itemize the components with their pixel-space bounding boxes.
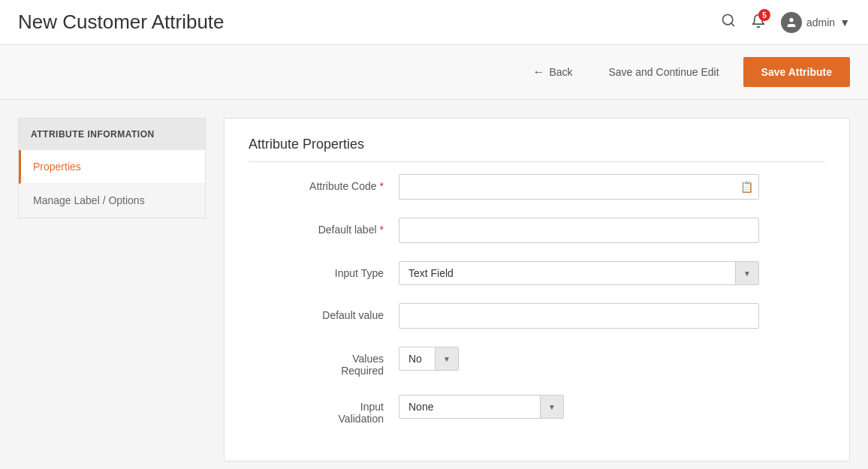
sidebar-item-label: Properties bbox=[33, 161, 81, 173]
attribute-code-input-wrap: 📋 bbox=[399, 174, 759, 200]
notification-count: 5 bbox=[758, 9, 770, 21]
content-area: Attribute Properties Attribute Code* 📋 D… bbox=[224, 118, 850, 461]
values-required-field: No ▼ bbox=[399, 347, 759, 371]
values-required-dropdown-arrow[interactable]: ▼ bbox=[435, 347, 458, 370]
default-label-label: Default label* bbox=[249, 218, 399, 236]
main-layout: Attribute Information Properties Manage … bbox=[0, 100, 868, 469]
page-title: New Customer Attribute bbox=[18, 11, 225, 34]
input-type-dropdown-arrow[interactable]: ▼ bbox=[735, 262, 758, 284]
default-value-row: Default value bbox=[249, 303, 825, 329]
header: New Customer Attribute 5 admin ▼ bbox=[0, 0, 868, 45]
values-required-value: No bbox=[399, 347, 435, 370]
header-actions: 5 admin ▼ bbox=[721, 12, 850, 33]
chevron-down-icon: ▼ bbox=[839, 17, 850, 29]
input-type-label: Input Type bbox=[249, 261, 399, 279]
required-star: * bbox=[380, 224, 384, 236]
notification-bell[interactable]: 5 bbox=[751, 14, 766, 31]
input-validation-label: InputValidation bbox=[249, 395, 399, 425]
attribute-code-label: Attribute Code* bbox=[249, 174, 399, 192]
back-button[interactable]: ← Back bbox=[520, 58, 584, 86]
avatar bbox=[781, 12, 802, 33]
svg-line-1 bbox=[731, 23, 734, 26]
sidebar-item-manage-label[interactable]: Manage Label / Options bbox=[19, 184, 205, 218]
input-validation-select-wrap: None ▼ bbox=[399, 395, 564, 419]
note-icon: 📋 bbox=[740, 181, 753, 193]
input-validation-dropdown-arrow[interactable]: ▼ bbox=[540, 395, 563, 418]
input-type-select-wrap: Text Field ▼ bbox=[399, 261, 759, 285]
input-validation-field: None ▼ bbox=[399, 395, 759, 419]
attribute-code-row: Attribute Code* 📋 bbox=[249, 174, 825, 200]
section-title: Attribute Properties bbox=[249, 137, 825, 162]
values-required-label: ValuesRequired bbox=[249, 347, 399, 377]
default-value-input[interactable] bbox=[399, 303, 759, 329]
input-validation-value: None bbox=[399, 395, 540, 418]
toolbar: ← Back Save and Continue Edit Save Attri… bbox=[0, 45, 868, 100]
save-attribute-button[interactable]: Save Attribute bbox=[743, 57, 850, 87]
default-value-label: Default value bbox=[249, 303, 399, 321]
admin-menu[interactable]: admin ▼ bbox=[781, 12, 850, 33]
default-value-field bbox=[399, 303, 759, 329]
arrow-left-icon: ← bbox=[532, 65, 544, 79]
sidebar-item-label: Manage Label / Options bbox=[33, 194, 145, 206]
default-label-input[interactable] bbox=[399, 218, 759, 243]
sidebar-section-header: Attribute Information bbox=[19, 119, 205, 150]
sidebar: Attribute Information Properties Manage … bbox=[18, 118, 206, 218]
search-icon[interactable] bbox=[721, 13, 736, 32]
input-type-field: Text Field ▼ bbox=[399, 261, 759, 285]
default-label-field bbox=[399, 218, 759, 243]
save-continue-button[interactable]: Save and Continue Edit bbox=[597, 59, 731, 86]
back-label: Back bbox=[549, 66, 572, 78]
input-type-row: Input Type Text Field ▼ bbox=[249, 261, 825, 285]
default-label-row: Default label* bbox=[249, 218, 825, 243]
input-validation-row: InputValidation None ▼ bbox=[249, 395, 825, 425]
sidebar-item-properties[interactable]: Properties bbox=[19, 150, 205, 184]
attribute-code-field: 📋 bbox=[399, 174, 759, 200]
values-required-row: ValuesRequired No ▼ bbox=[249, 347, 825, 377]
values-required-select-wrap: No ▼ bbox=[399, 347, 459, 371]
input-type-value: Text Field bbox=[399, 262, 735, 284]
attribute-code-input[interactable] bbox=[399, 174, 759, 200]
svg-point-2 bbox=[789, 18, 793, 22]
required-star: * bbox=[380, 180, 384, 192]
admin-label: admin bbox=[806, 17, 835, 29]
